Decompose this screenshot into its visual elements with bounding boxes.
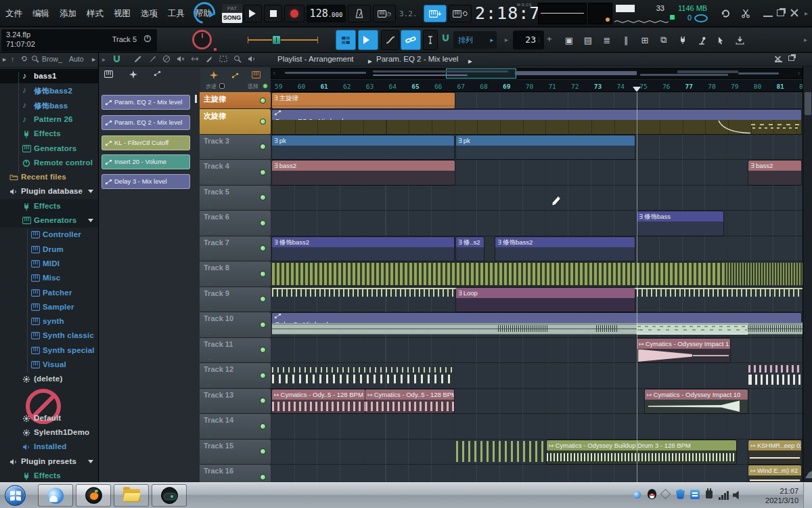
master-pitch-slider[interactable] [248,35,318,45]
menu-item-3[interactable]: 样式 [87,8,104,20]
browser-item-Controller[interactable]: Controller [0,228,99,242]
playlist-clip-Wind E..m) #2[interactable]: ↦Wind E..m) #2 [748,465,801,482]
menu-item-1[interactable]: 编辑 [32,8,49,20]
stop-button[interactable] [264,5,282,22]
browser-item-Generators[interactable]: Generators [0,142,99,156]
track-enable-led[interactable] [260,296,266,302]
expand-arrow-icon[interactable] [88,190,93,196]
cut-tool-icon[interactable] [738,5,754,22]
track-enable-led[interactable] [260,398,266,404]
playlist-restore-button[interactable] [788,56,794,61]
browser-item-Sylenth1Demo[interactable]: Sylenth1Demo [0,425,99,440]
tray-icon-t-qq[interactable] [648,489,658,500]
browser-item-Installed[interactable]: Installed [0,440,99,454]
song-mode-label[interactable]: SONG [222,13,242,23]
taskbar-explorer-app[interactable] [114,484,149,507]
track-options[interactable]: ... [205,406,214,412]
clip-header[interactable]: ↦Cymatics - Odyssey Impact 1 [637,339,730,349]
track-header-Track 13[interactable]: Track 13... [200,389,271,415]
view-button-plugin[interactable] [674,30,692,50]
playlist-clip-Cymatics - Odyssey Impact 1[interactable]: ↦Cymatics - Odyssey Impact 1 [637,339,730,363]
pattern-number-display[interactable]: 23 [513,30,544,49]
browser-mode[interactable]: Auto [69,55,84,63]
playlist-clip-修饰bass2[interactable]: ∃修饰bass2 [495,237,635,261]
browser-item-Sampler[interactable]: Sampler [0,300,99,314]
track-options[interactable]: ... [205,203,214,209]
track-options[interactable]: ... [205,304,214,310]
playlist-clip-Cymatics - Odyssey Buildup Drum 3 - 128 BPM[interactable]: ↦Cymatics - Odyssey Buildup Drum 3 - 128… [547,440,736,465]
clip-header[interactable]: ↦Cymatics - Ody..5 - 128 BPM [365,389,453,400]
browser-item-Pattern 26[interactable]: ♪Pattern 26 [0,112,99,127]
browser-item-Effects[interactable]: Effects [0,199,99,213]
clip-header[interactable]: ↦Cymatics - Odyssey Buildup Drum 3 - 128… [547,440,736,450]
blend-record-button[interactable] [449,5,472,22]
track-options[interactable]: ... [205,101,214,107]
snap-grid-button[interactable] [336,30,356,50]
taskbar-clock[interactable]: 21:07 2021/3/10 [765,486,798,505]
browser-item-Default[interactable]: Default [0,411,99,425]
playlist-vertical-scrollbar[interactable] [803,66,812,482]
playlist-clip-Loop[interactable]: ∃Loop [456,288,635,312]
clip-strip-strip-green[interactable] [456,441,545,463]
clip-header[interactable]: ∃修饰bass2 [495,237,635,247]
menu-item-2[interactable]: 添加 [60,8,76,20]
picker-clip-0[interactable]: Param. EQ 2 - Mix level [102,95,190,110]
view-button-picture[interactable]: ▣ [560,30,578,50]
track-enable-led[interactable] [260,423,266,429]
speaker-tool-icon[interactable] [248,55,256,63]
playlist-clip-pk[interactable]: ∃pk [272,135,454,160]
browser-item-Generators[interactable]: Generators [0,213,99,228]
playlist-clip-主旋律[interactable]: ∃主旋律 [272,93,455,108]
playlist-menu-chevron[interactable]: ▸ [102,56,106,63]
pencil-tool-icon[interactable] [134,55,142,63]
track-options[interactable]: ... [205,330,214,336]
oscilloscope-left[interactable] [538,3,587,24]
clip-header[interactable]: ∃修..s2 [456,237,484,247]
tray-icon-t-net[interactable] [719,489,729,500]
clip-header[interactable]: ∃pk [456,135,635,146]
playlist-clip-修饰bass[interactable]: ∃修饰bass [637,211,723,236]
playlist-clip-修..s2[interactable]: ∃修..s2 [456,237,484,261]
track-options[interactable]: ... [205,431,214,438]
view-button-channel-rack[interactable]: ⊞ [636,30,654,50]
track-enable-led[interactable] [260,271,266,277]
marquee-tool-icon[interactable] [219,55,227,63]
menu-item-0[interactable]: 文件 [5,8,22,20]
browser-item-Remote control[interactable]: Remote control [0,156,99,170]
browser-back-icon[interactable] [20,55,28,62]
play-button[interactable] [244,5,262,22]
view-button-lamp[interactable] [693,30,710,50]
playlist-close-button[interactable] [800,56,808,62]
clip-strip-lane-wave[interactable] [748,325,803,332]
track-header-Track 4[interactable]: Track 4... [200,160,271,186]
clip-header[interactable]: ↦KSHMR..eep 01 [748,440,801,450]
snap-magnet-icon[interactable] [441,34,450,43]
browser-item-Synth classic[interactable]: Synth classic [0,329,99,343]
track-enable-led[interactable] [260,144,266,150]
view-button-mixer[interactable]: ∥ [617,30,635,50]
scroll-left-arrow[interactable]: ‹ [273,70,275,77]
automation-clips-icon[interactable] [231,72,239,79]
oscilloscope-right[interactable] [588,3,612,24]
playlist-clip-KSHMR..eep 01[interactable]: ↦KSHMR..eep 01 [748,440,801,465]
pattern-add-button[interactable]: + [547,34,552,44]
window-close-button[interactable] [790,9,800,17]
loupe-tool-icon[interactable] [233,55,242,63]
track-enable-led[interactable] [260,373,266,379]
loop-record-button[interactable]: + [424,5,447,22]
clip-header[interactable]: ∃Loop [456,288,635,298]
knife-tool-icon[interactable] [205,55,213,63]
track-header-Track 16[interactable]: Track 16... [200,465,271,482]
audio-clips-icon[interactable] [210,71,218,79]
toolbar-overflow-chevron[interactable]: ▸ [805,9,808,17]
track-enable-led[interactable] [260,347,266,353]
track-enable-led[interactable] [260,245,266,251]
clip-header[interactable]: ↦Cymatics - Ody..5 - 128 BPM [272,389,365,400]
clip-strip-strip-pinkH[interactable] [748,364,803,386]
clip-header[interactable]: ∃bass2 [272,161,455,171]
track-options[interactable]: ... [205,253,214,259]
clip-strip-strip-paren[interactable] [272,366,454,385]
browser-item-Plugin presets[interactable]: Plugin presets [0,454,99,469]
undo-icon[interactable] [717,5,734,22]
master-volume-knob[interactable] [192,30,212,49]
